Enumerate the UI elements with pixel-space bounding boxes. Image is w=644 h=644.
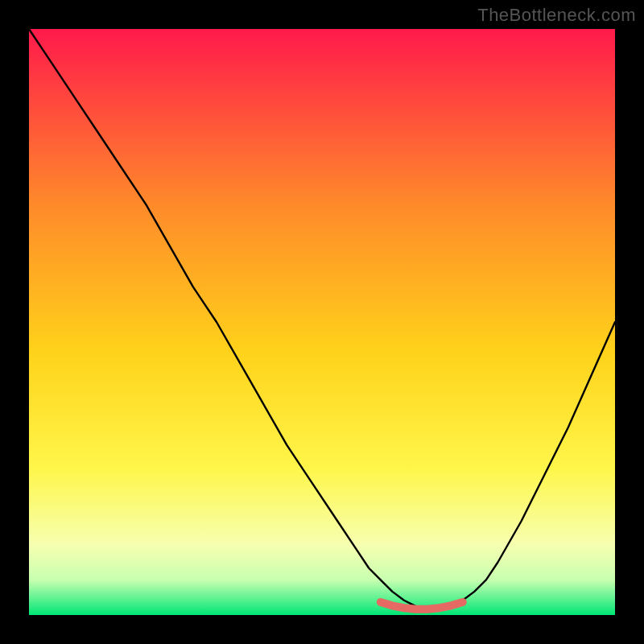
watermark-text: TheBottleneck.com [477, 5, 636, 26]
chart-frame: TheBottleneck.com [0, 0, 644, 644]
plot-svg [29, 29, 615, 615]
gradient-background [29, 29, 615, 615]
plot-area [29, 29, 615, 615]
